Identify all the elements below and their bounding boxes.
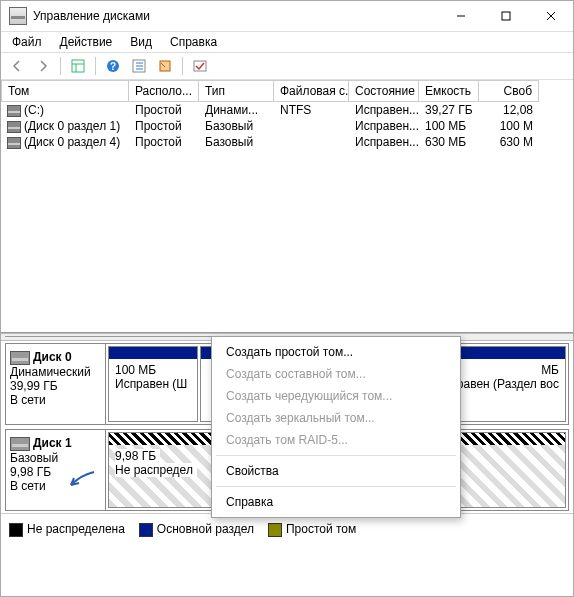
volume-icon — [7, 105, 21, 117]
toolbar-check-icon[interactable] — [188, 54, 212, 78]
volume-icon — [7, 137, 21, 149]
vol-free: 12,08 — [479, 102, 539, 118]
vol-layout: Простой — [129, 118, 199, 134]
toolbar-props-icon[interactable] — [153, 54, 177, 78]
menubar: Файл Действие Вид Справка — [1, 32, 573, 52]
vol-cap: 630 МБ — [419, 134, 479, 150]
vol-name: (C:) — [24, 103, 44, 117]
table-row[interactable]: (C:) Простой Динами... NTFS Исправен... … — [1, 102, 573, 118]
context-menu: Создать простой том... Создать составной… — [211, 336, 461, 518]
app-icon — [9, 7, 27, 25]
disk-net: В сети — [10, 479, 101, 493]
toolbar-view-icon[interactable] — [66, 54, 90, 78]
vol-cap: 39,27 ГБ — [419, 102, 479, 118]
col-capacity[interactable]: Емкость — [419, 80, 479, 102]
disk-management-window: Управление дисками Файл Действие Вид Спр… — [0, 0, 574, 597]
toolbar: ? — [1, 52, 573, 80]
col-status[interactable]: Состояние — [349, 80, 419, 102]
disk-icon — [10, 437, 30, 451]
ctx-create-raid5-volume: Создать том RAID-5... — [212, 429, 460, 451]
part-status: Исправен (Ш — [115, 377, 191, 391]
ctx-separator — [216, 486, 456, 487]
col-layout[interactable]: Располо... — [129, 80, 199, 102]
table-row[interactable]: (Диск 0 раздел 4) Простой Базовый Исправ… — [1, 134, 573, 150]
menu-file[interactable]: Файл — [5, 33, 49, 51]
table-row[interactable]: (Диск 0 раздел 1) Простой Базовый Исправ… — [1, 118, 573, 134]
partition-band — [109, 347, 197, 359]
minimize-button[interactable] — [438, 1, 483, 31]
disk-size: 39,99 ГБ — [10, 379, 101, 393]
table-body: (C:) Простой Динами... NTFS Исправен... … — [1, 102, 573, 332]
disk-name: Диск 0 — [33, 350, 72, 364]
vol-name: (Диск 0 раздел 1) — [24, 119, 120, 133]
vol-layout: Простой — [129, 134, 199, 150]
ctx-create-striped-volume: Создать чередующийся том... — [212, 385, 460, 407]
legend-simple: Простой том — [268, 522, 356, 537]
window-controls — [438, 1, 573, 31]
toolbar-separator — [60, 57, 61, 75]
ctx-create-spanned-volume: Создать составной том... — [212, 363, 460, 385]
vol-status: Исправен... — [349, 118, 419, 134]
help-icon[interactable]: ? — [101, 54, 125, 78]
vol-fs: NTFS — [274, 102, 349, 118]
legend-primary: Основной раздел — [139, 522, 254, 537]
disk-icon — [10, 351, 30, 365]
partition[interactable]: 100 МБ Исправен (Ш — [108, 346, 198, 422]
ctx-properties[interactable]: Свойства — [212, 460, 460, 482]
part-size: 100 МБ — [115, 363, 191, 377]
vol-type: Динами... — [199, 102, 274, 118]
legend-unallocated: Не распределена — [9, 522, 125, 537]
disk-name: Диск 1 — [33, 436, 72, 450]
toolbar-list-icon[interactable] — [127, 54, 151, 78]
vol-layout: Простой — [129, 102, 199, 118]
svg-rect-4 — [72, 60, 84, 72]
volume-icon — [7, 121, 21, 133]
table-header: Том Располо... Тип Файловая с... Состоян… — [1, 80, 573, 102]
swatch-olive — [268, 523, 282, 537]
vol-type: Базовый — [199, 134, 274, 150]
maximize-button[interactable] — [483, 1, 528, 31]
vol-free: 630 М — [479, 134, 539, 150]
window-title: Управление дисками — [33, 9, 438, 23]
svg-text:?: ? — [110, 61, 116, 72]
disk-header[interactable]: Диск 1 Базовый 9,98 ГБ В сети — [6, 430, 106, 510]
swatch-black — [9, 523, 23, 537]
svg-rect-14 — [194, 61, 206, 71]
close-button[interactable] — [528, 1, 573, 31]
toolbar-separator — [182, 57, 183, 75]
part-status: Не распредел — [115, 463, 197, 477]
vol-status: Исправен... — [349, 102, 419, 118]
ctx-help[interactable]: Справка — [212, 491, 460, 513]
toolbar-separator — [95, 57, 96, 75]
disk-size: 9,98 ГБ — [10, 465, 101, 479]
ctx-create-mirrored-volume: Создать зеркальный том... — [212, 407, 460, 429]
svg-rect-1 — [502, 12, 510, 20]
menu-action[interactable]: Действие — [53, 33, 120, 51]
forward-button[interactable] — [31, 54, 55, 78]
menu-view[interactable]: Вид — [123, 33, 159, 51]
swatch-blue — [139, 523, 153, 537]
ctx-create-simple-volume[interactable]: Создать простой том... — [212, 341, 460, 363]
disk-type: Динамический — [10, 365, 101, 379]
vol-fs — [274, 118, 349, 134]
col-free[interactable]: Своб — [479, 80, 539, 102]
menu-help[interactable]: Справка — [163, 33, 224, 51]
disk-header[interactable]: Диск 0 Динамический 39,99 ГБ В сети — [6, 344, 106, 424]
col-fs[interactable]: Файловая с... — [274, 80, 349, 102]
ctx-separator — [216, 455, 456, 456]
col-volume[interactable]: Том — [1, 80, 129, 102]
volume-table: Том Располо... Тип Файловая с... Состоян… — [1, 80, 573, 333]
disk-net: В сети — [10, 393, 101, 407]
vol-fs — [274, 134, 349, 150]
vol-cap: 100 МБ — [419, 118, 479, 134]
vol-free: 100 М — [479, 118, 539, 134]
col-type[interactable]: Тип — [199, 80, 274, 102]
part-size: 9,98 ГБ — [115, 449, 160, 463]
vol-status: Исправен... — [349, 134, 419, 150]
titlebar: Управление дисками — [1, 1, 573, 32]
svg-rect-13 — [160, 61, 170, 71]
vol-name: (Диск 0 раздел 4) — [24, 135, 120, 149]
disk-type: Базовый — [10, 451, 101, 465]
vol-type: Базовый — [199, 118, 274, 134]
back-button[interactable] — [5, 54, 29, 78]
